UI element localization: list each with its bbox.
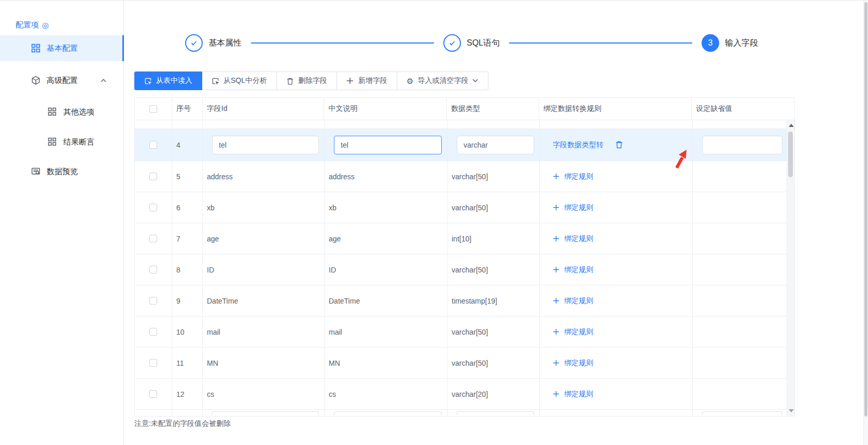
plus-icon [553, 328, 559, 335]
bind-rule-link[interactable]: 绑定规则 [544, 234, 593, 243]
row-cn-name: xb [329, 204, 337, 212]
grid-icon [31, 44, 40, 53]
table-scrollbar[interactable] [787, 120, 794, 416]
sidebar-item-label: 数据预览 [47, 167, 78, 177]
plus-icon [553, 391, 559, 397]
row-cn-name: ID [329, 266, 336, 274]
bind-rule-link[interactable]: 绑定规则 [544, 172, 593, 181]
bind-rule-link[interactable]: 绑定规则 [544, 390, 593, 399]
row-cn-name: MN [329, 359, 340, 367]
row-field-id: DateTime [207, 297, 238, 305]
table-row[interactable]: 10 mail mail varchar[50] 绑定规则 [135, 317, 794, 348]
row-seq: 12 [176, 390, 185, 398]
default-value-input[interactable] [702, 136, 782, 154]
row-field-id: cs [207, 390, 214, 398]
plus-icon [553, 266, 559, 273]
row-seq: 10 [176, 328, 185, 336]
read-from-table-button[interactable]: 从表中读入 [134, 71, 202, 90]
table-scrollbar-thumb[interactable] [788, 132, 793, 177]
cn-name-input[interactable] [334, 136, 442, 154]
sidebar-item-data-preview[interactable]: 数据预览 [0, 159, 124, 184]
cube-icon [31, 76, 40, 85]
read-table-icon [144, 77, 152, 85]
page-scrollbar-thumb[interactable] [864, 2, 867, 417]
row-checkbox[interactable] [149, 390, 157, 398]
delete-rule-trash-icon[interactable] [615, 140, 623, 149]
gear-icon: ⚙ [407, 77, 413, 85]
table-row[interactable]: 8 ID ID varchar[50] 绑定规则 [135, 254, 794, 285]
row-checkbox[interactable] [149, 173, 157, 180]
rule-name-link[interactable]: 字段数据类型转 [544, 140, 604, 150]
bind-rule-link[interactable]: 绑定规则 [544, 358, 593, 368]
row-cn-name: cs [329, 390, 336, 398]
row-data-type: int[10] [452, 235, 471, 243]
bind-rule-link[interactable]: 绑定规则 [544, 203, 593, 212]
select-all-checkbox[interactable] [149, 105, 157, 113]
row-seq: 4 [176, 141, 180, 149]
chevron-down-icon [472, 79, 479, 83]
sidebar-item-label: 结果断言 [63, 137, 94, 147]
table-row[interactable]: 6 xb xb varchar[50] 绑定规则 [135, 192, 794, 223]
table-row[interactable]: 12 cs cs varchar[20] 绑定规则 [135, 379, 794, 410]
step-connector [251, 42, 434, 44]
row-checkbox[interactable] [149, 359, 157, 367]
plus-icon [346, 77, 354, 85]
row-seq: 5 [176, 173, 180, 181]
row-checkbox[interactable] [149, 266, 157, 274]
bind-rule-link[interactable]: 绑定规则 [544, 265, 593, 275]
page-scrollbar[interactable] [863, 1, 868, 445]
step-basic-attributes[interactable]: 基本属性 [185, 34, 242, 52]
step-label: 基本属性 [208, 38, 242, 49]
column-header-bind-rule: 绑定数据转换规则 [539, 98, 692, 120]
step-number-badge: 3 [702, 34, 719, 52]
row-data-type: varchar[20] [452, 390, 488, 398]
row-seq: 6 [176, 204, 180, 212]
delete-field-button[interactable]: 删除字段 [277, 71, 337, 90]
sidebar-item-result-assertion[interactable]: 结果断言 [0, 129, 124, 155]
main-content: 基本属性 SQL语句 3 输入字段 从表中读入 [124, 1, 863, 445]
step-sql-statement[interactable]: SQL语句 [443, 34, 500, 52]
row-seq: 11 [176, 359, 184, 367]
import-or-clear-fields-button[interactable]: ⚙ 导入或清空字段 [397, 71, 488, 90]
bind-rule-link[interactable]: 绑定规则 [544, 296, 593, 306]
field-id-input[interactable] [212, 136, 319, 154]
app-root: 配置项 ◎ 基本配置 高级配置 其他选项 [0, 0, 868, 445]
step-input-fields[interactable]: 3 输入字段 [702, 34, 758, 52]
row-data-type: timestamp[19] [452, 297, 497, 305]
plus-icon [553, 235, 559, 242]
analyze-from-sql-button[interactable]: 从SQL中分析 [202, 71, 277, 90]
row-checkbox[interactable] [149, 235, 157, 242]
sidebar-item-other-options[interactable]: 其他选项 [0, 99, 124, 125]
add-field-button[interactable]: 新增字段 [337, 71, 397, 90]
scroll-down-arrow-icon[interactable] [789, 409, 794, 412]
preview-icon [31, 167, 40, 176]
row-data-type: varchar[50] [452, 328, 488, 336]
partial-row-top [135, 120, 794, 129]
data-type-input[interactable] [457, 136, 534, 154]
bind-rule-label: 绑定规则 [564, 172, 593, 181]
trash-icon [286, 77, 294, 85]
row-checkbox[interactable] [149, 204, 157, 211]
sidebar-item-advanced-config[interactable]: 高级配置 [0, 67, 124, 93]
row-cn-name: DateTime [329, 297, 360, 305]
sidebar-item-basic-config[interactable]: 基本配置 [0, 35, 124, 61]
button-label: 导入或清空字段 [417, 76, 468, 85]
chevron-up-icon[interactable] [101, 79, 106, 82]
button-label: 删除字段 [298, 76, 327, 85]
row-field-id: mail [207, 328, 220, 336]
column-header-data-type: 数据类型 [447, 98, 539, 120]
row-cn-name: mail [329, 328, 342, 336]
column-header-field-id: 字段Id [203, 98, 325, 120]
table-row-active[interactable]: 4 字段数据类型转 [135, 129, 794, 161]
step-label: 输入字段 [725, 38, 758, 49]
table-row[interactable]: 7 age age int[10] 绑定规则 [135, 223, 794, 254]
table-row[interactable]: 9 DateTime DateTime timestamp[19] 绑定规则 [135, 285, 794, 317]
bind-rule-label: 绑定规则 [564, 296, 593, 306]
table-row[interactable]: 11 MN MN varchar[50] 绑定规则 [135, 348, 794, 379]
bind-rule-link[interactable]: 绑定规则 [544, 327, 593, 337]
row-checkbox[interactable] [149, 297, 157, 305]
scroll-up-arrow-icon[interactable] [789, 124, 794, 127]
row-checkbox[interactable] [149, 328, 157, 336]
table-row[interactable]: 5 address address varchar[50] 绑定规则 [135, 161, 794, 192]
row-checkbox[interactable] [149, 141, 157, 149]
